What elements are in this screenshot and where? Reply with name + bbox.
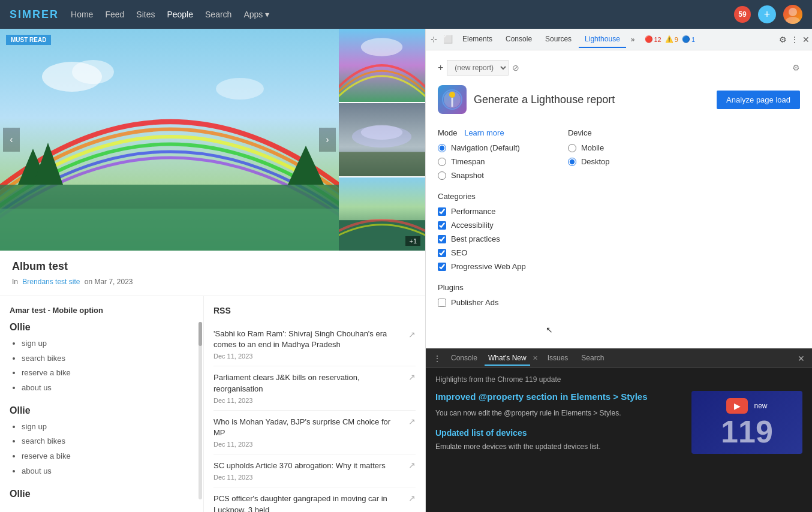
learn-more-link[interactable]: Learn more bbox=[464, 128, 504, 137]
ollie-section-2: Ollie sign up search bikes reserve a bik… bbox=[10, 405, 194, 479]
plugin-publisher-ads[interactable]: Publisher Ads bbox=[438, 298, 800, 307]
category-performance[interactable]: Performance bbox=[438, 207, 800, 216]
info-count: 1 bbox=[691, 36, 695, 43]
devtools-more-tabs[interactable]: » bbox=[627, 33, 639, 46]
mode-timespan[interactable]: Timespan bbox=[438, 157, 520, 166]
nav-people[interactable]: People bbox=[167, 10, 193, 19]
category-pwa-check[interactable] bbox=[438, 263, 446, 271]
list-item: search bikes bbox=[22, 434, 194, 449]
nav-home[interactable]: Home bbox=[71, 10, 93, 19]
drawer-tab-whats-new-close[interactable]: ✕ bbox=[530, 353, 540, 363]
scrollbar-thumb[interactable] bbox=[199, 322, 202, 346]
notification-badge[interactable]: 59 bbox=[734, 6, 751, 23]
carousel-prev[interactable]: ‹ bbox=[3, 128, 20, 152]
drawer-tab-console[interactable]: Console bbox=[445, 351, 483, 366]
album-site-link[interactable]: Brendans test site bbox=[22, 278, 80, 286]
error-icon: 🔴 bbox=[645, 35, 653, 43]
whats-new-video[interactable]: ▶ new 119 bbox=[691, 391, 802, 454]
category-pwa[interactable]: Progressive Web App bbox=[438, 262, 800, 271]
rss-item-title[interactable]: Parliament clears J&K bills on reservati… bbox=[213, 372, 404, 394]
analyze-page-load-btn[interactable]: Analyze page load bbox=[717, 91, 800, 109]
nav-search[interactable]: Search bbox=[205, 10, 231, 19]
rss-item-3: Who is Mohan Yadav, BJP's surprise CM ch… bbox=[213, 411, 416, 454]
mode-label: Mode bbox=[438, 128, 458, 137]
rss-item-content: 'Sabhi ko Ram Ram': Shivraj Singh Chouha… bbox=[213, 329, 404, 360]
category-best-practices[interactable]: Best practices bbox=[438, 234, 800, 243]
devtools-more-btn[interactable]: ⋮ bbox=[790, 35, 799, 44]
plugins-section: Plugins Publisher Ads bbox=[438, 283, 800, 307]
mode-snapshot[interactable]: Snapshot bbox=[438, 171, 520, 180]
rss-link-icon[interactable]: ↗ bbox=[408, 493, 416, 503]
bottom-panels: Amar test - Mobile option Ollie sign up … bbox=[0, 296, 425, 512]
plus-button[interactable]: + bbox=[758, 5, 776, 23]
drawer-tab-whats-new[interactable]: What's New bbox=[485, 351, 530, 366]
devtools-inspect-icon[interactable]: ⬜ bbox=[441, 32, 455, 46]
categories-label: Categories bbox=[438, 192, 800, 201]
device-desktop[interactable]: Desktop bbox=[568, 157, 610, 166]
thumb-2[interactable] bbox=[339, 103, 425, 176]
category-best-practices-check[interactable] bbox=[438, 235, 446, 243]
report-settings-btn[interactable]: ⚙ bbox=[792, 63, 800, 73]
devtools-tab-sources[interactable]: Sources bbox=[539, 31, 578, 48]
warn-icon: ⚠️ bbox=[665, 35, 673, 43]
carousel-next[interactable]: › bbox=[319, 128, 336, 152]
mode-snapshot-radio[interactable] bbox=[438, 171, 446, 180]
thumb-1[interactable] bbox=[339, 29, 425, 102]
thumb-3[interactable]: +1 bbox=[339, 177, 425, 251]
drawer-close-btn[interactable]: ✕ bbox=[795, 351, 807, 366]
category-accessibility[interactable]: Accessibility bbox=[438, 221, 800, 230]
drawer-tab-whats-new-container: What's New ✕ bbox=[485, 351, 540, 366]
mode-timespan-radio[interactable] bbox=[438, 158, 446, 166]
rss-item-title[interactable]: Who is Mohan Yadav, BJP's surprise CM ch… bbox=[213, 417, 404, 438]
scrollbar-track[interactable] bbox=[199, 322, 202, 499]
category-seo[interactable]: SEO bbox=[438, 248, 800, 257]
drawer-menu-btn[interactable]: ⋮ bbox=[431, 351, 444, 366]
report-add-btn[interactable]: + bbox=[438, 62, 443, 73]
svg-point-1 bbox=[786, 17, 800, 24]
devtools-close-btn[interactable]: ✕ bbox=[802, 35, 810, 44]
mode-navigation[interactable]: Navigation (Default) bbox=[438, 143, 520, 152]
drawer-tab-issues[interactable]: Issues bbox=[542, 351, 575, 366]
nav-feed[interactable]: Feed bbox=[105, 10, 124, 19]
mobile-panel-title: Amar test - Mobile option bbox=[10, 306, 194, 315]
devtools-tab-lighthouse[interactable]: Lighthouse bbox=[579, 31, 626, 48]
nav-apps[interactable]: Apps ▾ bbox=[243, 10, 269, 19]
device-mobile[interactable]: Mobile bbox=[568, 143, 610, 152]
device-mobile-radio[interactable] bbox=[568, 144, 576, 152]
report-select[interactable]: (new report) bbox=[447, 60, 509, 76]
devtools-tab-console[interactable]: Console bbox=[500, 31, 538, 48]
category-accessibility-check[interactable] bbox=[438, 221, 446, 230]
nav-right: 59 + bbox=[734, 5, 802, 24]
devtools-tab-elements[interactable]: Elements bbox=[456, 31, 498, 48]
rss-item-title[interactable]: SC upholds Article 370 abrogation: Why i… bbox=[213, 460, 404, 471]
mode-navigation-radio[interactable] bbox=[438, 144, 446, 152]
ollie-list-2: sign up search bikes reserve a bike abou… bbox=[10, 420, 194, 479]
rss-link-icon[interactable]: ↗ bbox=[408, 330, 416, 339]
category-performance-check[interactable] bbox=[438, 207, 446, 216]
main-layout: MUST READ bbox=[0, 29, 812, 512]
devtools-settings-btn[interactable]: ⚙ bbox=[779, 35, 787, 44]
devtools-cursor-icon[interactable]: ⊹ bbox=[428, 32, 440, 46]
nav-sites[interactable]: Sites bbox=[136, 10, 155, 19]
device-desktop-radio[interactable] bbox=[568, 158, 576, 166]
warn-badge: ⚠️ 9 bbox=[665, 35, 678, 43]
report-clear-btn[interactable]: ⊘ bbox=[512, 63, 519, 73]
rss-item-title[interactable]: PCS officer's daughter gangraped in movi… bbox=[213, 493, 404, 512]
cursor-indicator: ↖ bbox=[546, 325, 553, 335]
must-read-badge: MUST READ bbox=[6, 35, 51, 45]
rss-link-icon[interactable]: ↗ bbox=[408, 417, 416, 426]
plugin-publisher-ads-check[interactable] bbox=[438, 299, 446, 307]
drawer-tab-search[interactable]: Search bbox=[575, 351, 610, 366]
mode-section: Mode Learn more Navigation (Default) Tim… bbox=[438, 128, 520, 180]
ollie-section-3: Ollie bbox=[10, 489, 194, 499]
rss-item-title[interactable]: 'Sabhi ko Ram Ram': Shivraj Singh Chouha… bbox=[213, 329, 404, 350]
whats-new-body: You can now edit the @property rule in E… bbox=[435, 408, 682, 418]
device-label: Device bbox=[568, 128, 610, 137]
avatar[interactable] bbox=[783, 5, 802, 24]
album-title: Album test bbox=[12, 260, 413, 273]
ollie-name-3: Ollie bbox=[10, 489, 194, 499]
rss-link-icon[interactable]: ↗ bbox=[408, 372, 416, 382]
rss-link-icon[interactable]: ↗ bbox=[408, 460, 416, 470]
category-seo-check[interactable] bbox=[438, 249, 446, 257]
device-radio-group: Mobile Desktop bbox=[568, 143, 610, 166]
